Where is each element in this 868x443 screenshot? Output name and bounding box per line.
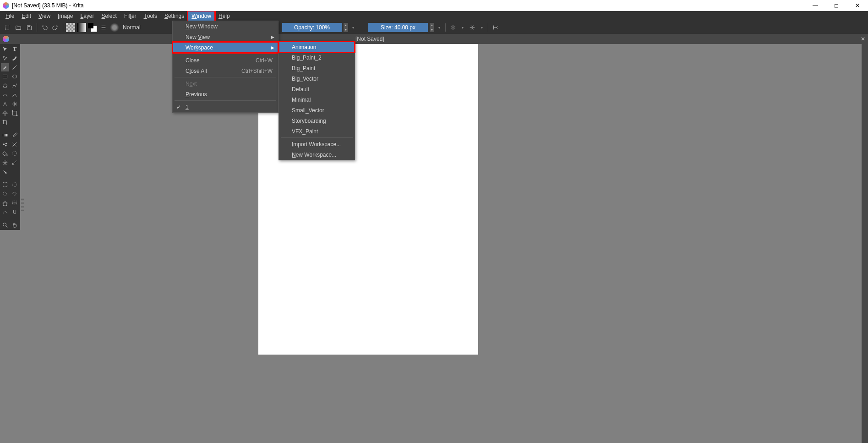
measure-tool-icon[interactable] bbox=[11, 159, 19, 167]
smart-patch-tool-icon[interactable] bbox=[11, 140, 19, 148]
assistants-tool-icon[interactable] bbox=[1, 159, 9, 167]
new-doc-icon[interactable] bbox=[3, 23, 12, 32]
magnetic-select-tool-icon[interactable] bbox=[11, 208, 19, 216]
close-tab-icon[interactable]: ✕ bbox=[861, 36, 865, 42]
window-menu-item-previous[interactable]: Previous bbox=[173, 89, 278, 99]
window-menu-item-workspace[interactable]: Workspace▶ bbox=[173, 42, 278, 53]
window-title: [Not Saved] (33.5 MiB) - Krita bbox=[12, 2, 84, 9]
minimize-button[interactable]: — bbox=[805, 0, 826, 11]
window-menu-item-new-window[interactable]: New Window bbox=[173, 21, 278, 32]
window-menu-separator bbox=[175, 100, 276, 101]
wrap-icon[interactable] bbox=[491, 23, 500, 32]
workspace-menu-item-big-vector[interactable]: Big_Vector bbox=[279, 73, 355, 84]
crop-tool-icon[interactable] bbox=[1, 118, 9, 126]
menu-item-label: Next bbox=[186, 81, 197, 87]
mirror-h-icon[interactable] bbox=[448, 23, 458, 32]
ellipse-tool-icon[interactable] bbox=[11, 72, 19, 81]
rectangle-tool-icon[interactable] bbox=[1, 72, 9, 81]
save-doc-icon[interactable] bbox=[25, 23, 34, 32]
similar-select-tool-icon[interactable] bbox=[11, 199, 19, 207]
reference-image-tool-icon[interactable] bbox=[1, 168, 9, 176]
freehand-brush-tool-icon[interactable] bbox=[1, 63, 9, 71]
opacity-spinner[interactable]: ▲▼ bbox=[344, 23, 348, 32]
zoom-tool-icon[interactable] bbox=[1, 221, 9, 229]
pattern-edit-tool-icon[interactable] bbox=[11, 149, 19, 158]
menu-edit[interactable]: Edit bbox=[18, 11, 35, 21]
svg-point-12 bbox=[6, 154, 8, 156]
polygon-tool-icon[interactable] bbox=[1, 82, 9, 90]
dynamic-brush-tool-icon[interactable] bbox=[1, 100, 9, 108]
freehand-select-tool-icon[interactable] bbox=[1, 190, 9, 198]
workspace-menu-item-minimal[interactable]: Minimal bbox=[279, 94, 355, 105]
edit-shapes-tool-icon[interactable] bbox=[1, 54, 9, 62]
titlebar: [Not Saved] (33.5 MiB) - Krita — ◻ ✕ bbox=[0, 0, 868, 11]
workspace-menu-item-default[interactable]: Default bbox=[279, 84, 355, 94]
transform-tool-icon[interactable] bbox=[1, 45, 9, 53]
menu-view[interactable]: View bbox=[35, 11, 54, 21]
pan-tool-icon[interactable] bbox=[11, 221, 19, 229]
redo-icon[interactable] bbox=[51, 23, 60, 32]
color-sampler-tool-icon[interactable] bbox=[11, 131, 19, 139]
menu-file[interactable]: File bbox=[2, 11, 18, 21]
list-icon[interactable] bbox=[99, 23, 108, 32]
fg-bg-color-icon[interactable] bbox=[88, 23, 97, 32]
colorize-mask-tool-icon[interactable] bbox=[1, 140, 9, 148]
menu-settings[interactable]: Settings bbox=[161, 11, 188, 21]
gradient-tool-icon[interactable] bbox=[1, 131, 9, 139]
opacity-dropdown-button[interactable]: ▾ bbox=[350, 23, 356, 32]
close-button[interactable]: ✕ bbox=[847, 0, 868, 11]
workspace-menu-item-big-paint-2[interactable]: Big_Paint_2 bbox=[279, 52, 355, 63]
size-slider[interactable]: Size: 40.00 px bbox=[368, 23, 428, 32]
calligraphy-tool-icon[interactable] bbox=[11, 54, 19, 62]
workspace-menu-item-animation[interactable]: Animation bbox=[279, 42, 355, 52]
undo-icon[interactable] bbox=[40, 23, 49, 32]
bezier-tool-icon[interactable] bbox=[1, 91, 9, 99]
workspace-menu-item-new-workspace-[interactable]: New Workspace... bbox=[279, 149, 355, 160]
window-menu-item-close[interactable]: CloseCtrl+W bbox=[173, 55, 278, 66]
menu-tools[interactable]: Tools bbox=[140, 11, 161, 21]
menu-select[interactable]: Select bbox=[98, 11, 120, 21]
transform-handles-tool-icon[interactable] bbox=[11, 109, 19, 117]
move-tool-icon[interactable] bbox=[1, 109, 9, 117]
contiguous-select-tool-icon[interactable] bbox=[1, 199, 9, 207]
menu-filter[interactable]: Filter bbox=[120, 11, 140, 21]
rect-select-tool-icon[interactable] bbox=[1, 180, 9, 189]
multibrush-tool-icon[interactable] bbox=[11, 100, 19, 108]
dock-drag-handle-icon[interactable] bbox=[21, 197, 24, 211]
menu-help[interactable]: Help bbox=[215, 11, 234, 21]
menu-window[interactable]: Window bbox=[188, 11, 215, 21]
size-spinner[interactable]: ▲▼ bbox=[430, 23, 434, 32]
bezier-select-tool-icon[interactable] bbox=[1, 208, 9, 216]
workspace-menu-item-vfx-paint[interactable]: VFX_Paint bbox=[279, 126, 355, 137]
window-menu-item-1[interactable]: ✓1 bbox=[173, 102, 278, 112]
brush-preset-icon[interactable] bbox=[110, 23, 119, 32]
workspace-menu-item-import-workspace-[interactable]: Import Workspace... bbox=[279, 139, 355, 149]
line-tool-icon[interactable] bbox=[11, 63, 19, 71]
mirror-v-icon[interactable] bbox=[468, 23, 477, 32]
menu-item-label: New View bbox=[186, 34, 210, 40]
fill-tool-icon[interactable] bbox=[1, 149, 9, 158]
menu-layer[interactable]: Layer bbox=[76, 11, 98, 21]
window-menu-item-new-view[interactable]: New View▶ bbox=[173, 32, 278, 42]
workspace-menu-item-small-vector[interactable]: Small_Vector bbox=[279, 105, 355, 115]
menu-image[interactable]: Image bbox=[54, 11, 76, 21]
freehand-path-tool-icon[interactable] bbox=[11, 91, 19, 99]
size-dropdown-button[interactable]: ▾ bbox=[436, 23, 442, 32]
mirror-h-dropdown[interactable]: ▾ bbox=[459, 23, 466, 32]
maximize-button[interactable]: ◻ bbox=[826, 0, 847, 11]
gradient-swatch-icon[interactable] bbox=[77, 23, 86, 32]
window-menu-item-close-all[interactable]: Close AllCtrl+Shift+W bbox=[173, 66, 278, 76]
workspace-menu-item-storyboarding[interactable]: Storyboarding bbox=[279, 115, 355, 126]
opacity-slider[interactable]: Opacity: 100% bbox=[282, 23, 342, 32]
blend-mode-select[interactable] bbox=[121, 23, 148, 32]
check-icon: ✓ bbox=[176, 104, 181, 110]
polygonal-select-tool-icon[interactable] bbox=[11, 190, 19, 198]
polyline-tool-icon[interactable] bbox=[11, 82, 19, 90]
document-tab-name[interactable]: [Not Saved] bbox=[355, 36, 384, 42]
mirror-v-dropdown[interactable]: ▾ bbox=[479, 23, 485, 32]
pattern-swatch-icon[interactable] bbox=[66, 23, 75, 32]
open-doc-icon[interactable] bbox=[14, 23, 23, 32]
text-tool-icon[interactable]: T bbox=[11, 45, 19, 53]
ellipse-select-tool-icon[interactable] bbox=[11, 180, 19, 189]
workspace-menu-item-big-paint[interactable]: Big_Paint bbox=[279, 63, 355, 73]
